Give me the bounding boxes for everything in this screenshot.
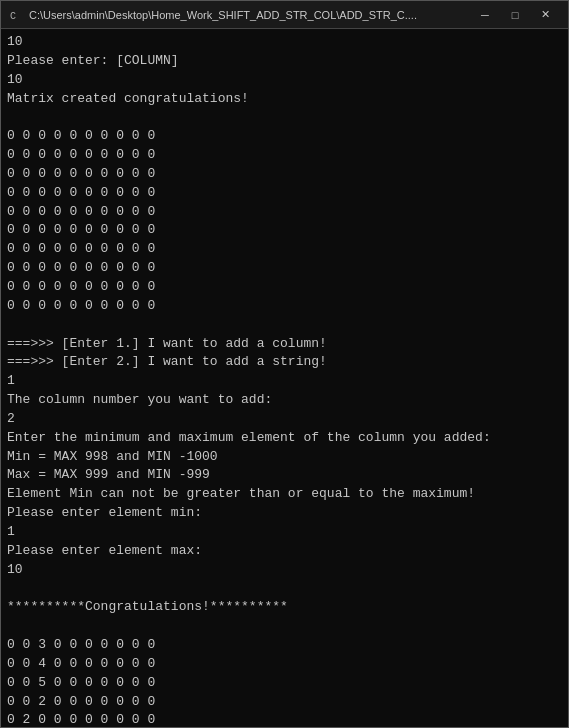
close-button[interactable]: ✕ <box>530 1 560 29</box>
minimize-button[interactable]: ─ <box>470 1 500 29</box>
svg-text:C: C <box>10 11 16 22</box>
main-window: C C:\Users\admin\Desktop\Home_Work_SHIFT… <box>0 0 569 728</box>
maximize-button[interactable]: □ <box>500 1 530 29</box>
window-controls: ─ □ ✕ <box>470 1 560 29</box>
cmd-icon: C <box>9 8 23 22</box>
window-title: C:\Users\admin\Desktop\Home_Work_SHIFT_A… <box>29 9 470 21</box>
terminal-output[interactable]: 10 Please enter: [COLUMN] 10 Matrix crea… <box>1 29 568 727</box>
titlebar: C C:\Users\admin\Desktop\Home_Work_SHIFT… <box>1 1 568 29</box>
